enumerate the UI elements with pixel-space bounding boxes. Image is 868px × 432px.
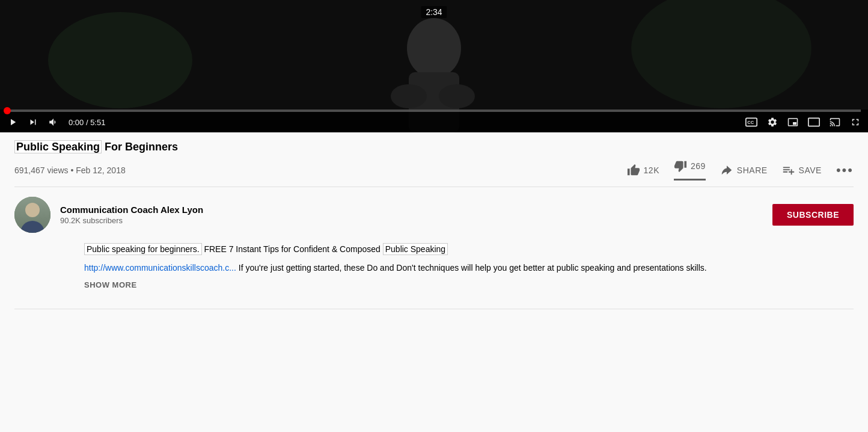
- channel-info: Communication Coach Alex Lyon 90.2K subs…: [60, 205, 203, 225]
- share-icon: [720, 164, 733, 177]
- video-player: 2:34 0:00 / 5:51 CC: [0, 0, 868, 132]
- dislike-count: 269: [691, 161, 706, 171]
- svg-rect-12: [808, 118, 819, 126]
- avatar-head: [25, 203, 40, 217]
- share-label: SHARE: [737, 165, 768, 175]
- subscribe-button[interactable]: SUBSCRIBE: [772, 204, 854, 226]
- description-highlighted-1: Public speaking for beginners.: [84, 243, 202, 255]
- description-section: Public speaking for beginners. FREE 7 In…: [24, 242, 868, 299]
- theater-button[interactable]: [808, 117, 820, 127]
- description-link-line: http://www.communicationskillscoach.c...…: [84, 261, 854, 274]
- svg-point-4: [391, 84, 427, 108]
- description-text-2: FREE 7 Instant Tips for Confident & Comp…: [204, 244, 382, 254]
- skip-next-button[interactable]: [28, 117, 38, 128]
- bottom-divider: [14, 309, 854, 309]
- video-views-date: 691,467 views • Feb 12, 2018: [14, 165, 126, 175]
- channel-left: Communication Coach Alex Lyon 90.2K subs…: [14, 197, 203, 233]
- progress-bar[interactable]: [7, 110, 861, 112]
- svg-point-5: [439, 84, 475, 108]
- svg-point-6: [48, 12, 192, 108]
- video-title-highlighted: Public Speaking: [14, 140, 102, 153]
- video-controls: 0:00 / 5:51 CC: [0, 110, 868, 132]
- svg-rect-11: [793, 122, 796, 125]
- description-text-3: If you're just getting started, these Do…: [239, 263, 707, 273]
- fullscreen-button[interactable]: [850, 117, 861, 128]
- dislike-button[interactable]: 269: [674, 159, 706, 181]
- svg-text:CC: CC: [747, 120, 754, 125]
- description-link[interactable]: http://www.communicationskillscoach.c...: [84, 263, 236, 273]
- volume-button[interactable]: [48, 117, 59, 128]
- more-icon: •••: [836, 162, 854, 178]
- thumbs-down-icon: [674, 159, 687, 173]
- video-timestamp: 2:34: [421, 6, 447, 18]
- description-highlighted-2: Public Speaking: [383, 243, 448, 255]
- save-button[interactable]: SAVE: [782, 164, 822, 177]
- video-meta-row: 691,467 views • Feb 12, 2018 12K 269: [14, 159, 854, 187]
- description-text: Public speaking for beginners. FREE 7 In…: [84, 242, 854, 256]
- save-icon: [782, 164, 795, 177]
- channel-subscribers: 90.2K subscribers: [60, 216, 203, 225]
- channel-name[interactable]: Communication Coach Alex Lyon: [60, 205, 203, 215]
- cast-button[interactable]: [830, 117, 840, 128]
- view-count: 691,467 views: [14, 165, 69, 175]
- progress-dot: [4, 107, 11, 114]
- channel-section: Communication Coach Alex Lyon 90.2K subs…: [0, 187, 868, 242]
- time-display: 0:00 / 5:51: [69, 118, 105, 127]
- settings-button[interactable]: [767, 117, 778, 128]
- avatar-image: [14, 197, 50, 233]
- cc-button[interactable]: CC: [745, 117, 757, 127]
- play-button[interactable]: [7, 117, 18, 128]
- more-button[interactable]: •••: [836, 162, 854, 178]
- avatar[interactable]: [14, 197, 50, 233]
- save-label: SAVE: [799, 165, 822, 175]
- upload-date: • Feb 12, 2018: [70, 165, 125, 175]
- like-button[interactable]: 12K: [627, 164, 659, 177]
- miniplayer-button[interactable]: [787, 117, 798, 128]
- share-button[interactable]: SHARE: [720, 164, 768, 177]
- avatar-body: [20, 221, 44, 233]
- video-title-rest: For Beginners: [105, 141, 178, 153]
- thumbs-up-icon: [627, 164, 640, 177]
- video-title: Public Speaking For Beginners: [14, 140, 854, 155]
- video-info-section: Public Speaking For Beginners 691,467 vi…: [0, 132, 868, 187]
- svg-point-2: [407, 18, 461, 78]
- video-actions: 12K 269 SHARE SAVE ••: [627, 159, 854, 181]
- like-count: 12K: [644, 165, 659, 175]
- show-more-button[interactable]: SHOW MORE: [84, 280, 854, 289]
